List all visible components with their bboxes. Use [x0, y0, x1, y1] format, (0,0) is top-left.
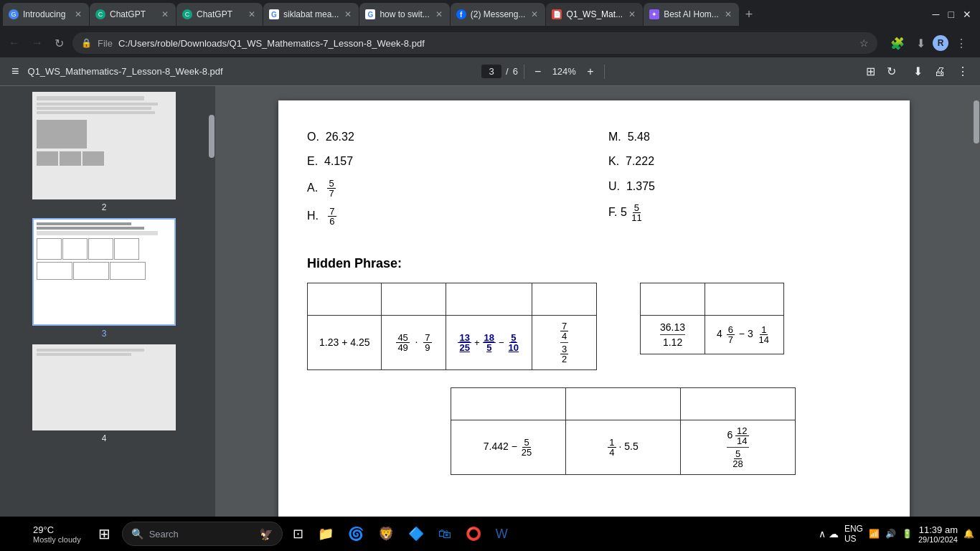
tab-2[interactable]: C ChatGPT ✕	[90, 3, 176, 26]
tab-7[interactable]: 📄 Q1_WS_Mat... ✕	[546, 3, 643, 26]
cell-1-4	[532, 283, 597, 315]
battery-icon[interactable]: 🔋	[902, 529, 913, 539]
edge-icon[interactable]: 🌀	[344, 523, 368, 545]
tab-8[interactable]: ✦ Best AI Hom... ✕	[644, 3, 739, 26]
menu-icon[interactable]: ⋮	[951, 34, 971, 53]
sidebar-scroll-thumb[interactable]	[209, 115, 215, 158]
tab-2-label: ChatGPT	[110, 9, 156, 19]
word-icon[interactable]: W	[491, 524, 512, 545]
rotate-icon[interactable]: ↻	[884, 62, 899, 81]
tray-cloud-icon[interactable]: ☁	[829, 528, 839, 540]
tab-6[interactable]: f (2) Messeng... ✕	[451, 3, 546, 26]
cell-1-1	[308, 283, 382, 315]
tab-7-close[interactable]: ✕	[627, 8, 637, 21]
brave-icon[interactable]: 🦁	[374, 523, 398, 545]
zoom-out-button[interactable]: −	[530, 64, 545, 80]
tab-3-close[interactable]: ✕	[247, 8, 257, 21]
tab-4[interactable]: G siklabat mea... ✕	[263, 3, 359, 26]
pdf-toolbar: ≡ Q1_WS_Mathematics-7_Lesson-8_Week-8.pd…	[0, 57, 980, 86]
extensions-icon[interactable]: 🧩	[886, 34, 909, 53]
notification-icon[interactable]: 🔔	[963, 529, 974, 539]
hidden-phrase-label: Hidden Phrase:	[307, 256, 881, 271]
thumb-4-box	[32, 344, 176, 430]
cell-1-2	[382, 283, 446, 315]
pdf-content-area[interactable]: O. 26.32 E. 4.157 A. 5 7	[215, 86, 973, 517]
zoom-controls: − 124% +	[530, 64, 598, 80]
answers-section: O. 26.32 E. 4.157 A. 5 7	[307, 129, 881, 235]
cell-t2-2-1: 36.13 1.12	[641, 315, 705, 354]
weather-cloud-icon: 🌤	[11, 524, 27, 543]
content-scrollbar[interactable]	[973, 86, 980, 517]
task-manager-icon[interactable]: ⊡	[288, 523, 308, 545]
tab-1-favicon: G	[9, 9, 19, 19]
tab-8-close[interactable]: ✕	[723, 8, 733, 21]
content-scroll-thumb[interactable]	[974, 100, 979, 143]
url-actions: ☆	[859, 37, 869, 49]
tray-up-icon[interactable]: ∧	[819, 528, 826, 540]
tab-1[interactable]: G Introducing ✕	[3, 3, 89, 26]
chrome-icon[interactable]: ⭕	[461, 523, 486, 545]
fraction-7-6: 7 6	[328, 207, 336, 226]
tab-5-close[interactable]: ✕	[434, 8, 444, 21]
time-display: 11:39 am	[919, 524, 958, 535]
frac-6-7: 6 7	[727, 325, 735, 344]
thumb-page-3[interactable]: 3	[6, 218, 202, 339]
tab-1-close[interactable]: ✕	[73, 8, 83, 21]
pdf-menu-icon[interactable]: ≡	[9, 61, 22, 82]
window-controls: ─ □ ✕	[927, 9, 977, 20]
answer-table-1: 1.23 + 4.25 45 49 · 7 9	[307, 283, 597, 370]
sidebar-scrollbar[interactable]	[208, 86, 215, 517]
maximize-button[interactable]: □	[948, 9, 954, 20]
cell-1-3	[446, 283, 532, 315]
start-button[interactable]: ⊞	[93, 522, 116, 545]
thumb-page-2[interactable]: 2	[6, 92, 202, 212]
answer-table-2: 36.13 1.12 4 6 7	[640, 283, 784, 354]
back-button[interactable]: ←	[6, 34, 23, 52]
tab-6-close[interactable]: ✕	[529, 8, 540, 21]
minimize-button[interactable]: ─	[933, 9, 940, 20]
store-icon[interactable]: 🛍	[434, 524, 456, 545]
star-icon[interactable]: ☆	[859, 37, 869, 49]
new-tab-button[interactable]: +	[740, 4, 759, 25]
page-separator: /	[506, 66, 509, 77]
tab-5[interactable]: G how to swit... ✕	[359, 3, 449, 26]
profile-button[interactable]: R	[933, 35, 948, 51]
edge-icon-2[interactable]: 🔷	[404, 523, 428, 545]
file-explorer-icon[interactable]: 📁	[314, 523, 338, 545]
system-time[interactable]: 11:39 am 29/10/2024	[918, 524, 958, 544]
cell-2-4: 7 4 3 2	[532, 315, 597, 369]
download-icon[interactable]: ⬇	[912, 34, 930, 53]
url-bar[interactable]: 🔒 File C:/Users/roble/Downloads/Q1_WS_Ma…	[72, 32, 877, 54]
answers-left-col: O. 26.32 E. 4.157 A. 5 7	[307, 129, 580, 235]
answers-right-col: M. 5.48 K. 7.222 U. 1.375 F. 5 5	[608, 129, 881, 235]
cell-t3-1-2	[566, 387, 681, 420]
tab-2-close[interactable]: ✕	[160, 8, 170, 21]
tab-5-favicon: G	[365, 9, 375, 19]
cell-t3-2-1: 7.442 − 5 25	[451, 420, 566, 474]
volume-icon[interactable]: 🔊	[885, 529, 896, 539]
close-button[interactable]: ✕	[963, 9, 971, 20]
refresh-button[interactable]: ↻	[52, 34, 67, 53]
cell-t3-1-1	[451, 387, 566, 420]
answer-A: A. 5 7	[307, 179, 580, 198]
thumb-3-number: 3	[102, 329, 107, 339]
frac-7-9: 7 9	[423, 333, 431, 352]
cell-t2-2-2: 4 6 7 − 3 1 14	[705, 315, 784, 354]
download-pdf-icon[interactable]: ⬇	[910, 62, 925, 81]
taskbar-search[interactable]: 🔍 Search 🦅	[122, 522, 283, 546]
frac-5-25: 5 25	[520, 438, 533, 457]
wifi-icon[interactable]: 📶	[869, 529, 880, 539]
cell-t3-2-3: 6 12 14 5 2	[681, 420, 796, 474]
zoom-value: 124%	[550, 66, 578, 77]
forward-button[interactable]: →	[29, 34, 46, 52]
page-number-input[interactable]	[481, 65, 501, 78]
tab-4-close[interactable]: ✕	[343, 8, 353, 21]
tab-3[interactable]: C ChatGPT ✕	[176, 3, 263, 26]
zoom-in-button[interactable]: +	[583, 64, 598, 80]
frac-18-5: 18 5	[483, 333, 496, 352]
print-icon[interactable]: 🖨	[931, 62, 948, 81]
pdf-more-icon[interactable]: ⋮	[954, 62, 971, 81]
fit-page-icon[interactable]: ⊞	[863, 62, 878, 81]
thumb-page-4[interactable]: 4	[6, 344, 202, 443]
divider-1	[524, 65, 524, 79]
